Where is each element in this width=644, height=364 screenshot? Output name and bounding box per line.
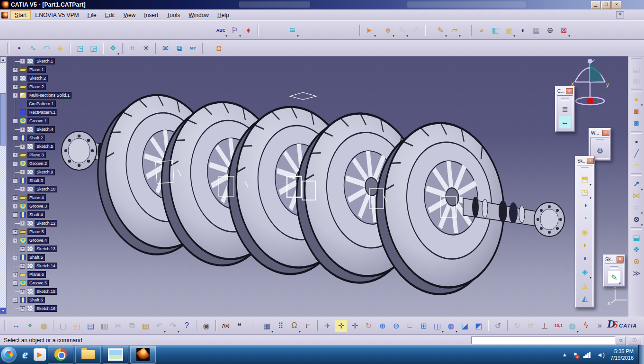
- view-shaded-edges-icon[interactable]: ◧: [489, 24, 501, 36]
- selection-sets-icon[interactable]: ☻▼: [382, 24, 394, 36]
- comment-icon[interactable]: ❝: [233, 320, 245, 332]
- menu-tools[interactable]: Tools: [162, 10, 184, 20]
- collapse-icon[interactable]: -: [13, 118, 18, 124]
- tree-scrollbar[interactable]: ▲ ▼: [0, 56, 7, 314]
- capture-camera-icon[interactable]: ◉: [200, 320, 212, 332]
- undo-icon[interactable]: ↶▼: [153, 320, 165, 332]
- 3d-viewport[interactable]: +Sketch.1+Plane.1+Sketch.2+Plane.2+Multi…: [0, 56, 644, 317]
- slot-icon[interactable]: ◖: [579, 252, 591, 264]
- panel-close-icon[interactable]: ✕: [566, 88, 573, 94]
- menu-help[interactable]: Help: [213, 10, 233, 20]
- tree-item-label[interactable]: Shaft.4: [27, 211, 45, 218]
- normal-view-icon[interactable]: ∟: [404, 320, 416, 332]
- command-input[interactable]: [471, 337, 615, 344]
- fly-mode-icon[interactable]: ✈: [322, 320, 333, 332]
- scroll-up-button[interactable]: ▲: [0, 56, 6, 63]
- expand-icon[interactable]: +: [20, 289, 25, 294]
- measure-between-icon[interactable]: ↔: [10, 320, 22, 332]
- collapse-icon[interactable]: -: [13, 298, 18, 303]
- expand-icon[interactable]: +: [13, 84, 18, 90]
- constraint-icon[interactable]: ↔: [559, 116, 571, 128]
- dropdown-arrow-icon[interactable]: ▼: [271, 330, 274, 333]
- tree-item-label[interactable]: Plane.5: [27, 228, 46, 235]
- lock-icon[interactable]: Ω▼: [288, 320, 300, 332]
- thick-surface-icon[interactable]: ⬓: [631, 232, 643, 244]
- toolbar-handle[interactable]: [631, 227, 642, 230]
- dropdown-arrow-icon[interactable]: ▼: [576, 330, 579, 333]
- tree-item-label[interactable]: Plane.2: [27, 83, 46, 90]
- shading-mode-icon[interactable]: ◍▼: [445, 320, 457, 332]
- zoom-out-icon[interactable]: ⊖: [390, 320, 402, 332]
- windows-media-player[interactable]: ▶: [34, 346, 46, 363]
- taskbar-clock[interactable]: 5:35 PM 7/19/2016: [610, 348, 634, 361]
- spline-icon[interactable]: ∿: [27, 42, 39, 54]
- grid-pick-icon[interactable]: ⌗: [126, 42, 138, 54]
- dropdown-arrow-icon[interactable]: ▼: [441, 330, 444, 333]
- rotate-icon[interactable]: ↻: [363, 320, 375, 332]
- catia-app[interactable]: [130, 346, 156, 364]
- dropdown-arrow-icon[interactable]: ▼: [298, 330, 301, 333]
- sketch-reuse-icon[interactable]: ▱▼: [448, 24, 460, 36]
- expand-command-icon[interactable]: ⧉: [616, 337, 626, 345]
- dropdown-arrow-icon[interactable]: ▼: [406, 35, 409, 37]
- toolbar-handle[interactable]: [4, 320, 7, 331]
- panel-grip[interactable]: [596, 139, 604, 142]
- tree-item-label[interactable]: Groove.1: [27, 118, 49, 124]
- expand-icon[interactable]: +: [13, 195, 18, 200]
- plane-diamond-icon[interactable]: ◈: [54, 42, 66, 54]
- point-icon[interactable]: ▪: [13, 42, 25, 54]
- vpm-connection-icon[interactable]: ◘: [213, 42, 225, 54]
- sew-surface-icon[interactable]: ❖: [631, 244, 643, 255]
- volume-icon[interactable]: ◄): [597, 351, 605, 358]
- plane-tool-icon[interactable]: ▱: [631, 159, 643, 171]
- toolbar-handle[interactable]: [631, 131, 642, 134]
- expand-icon[interactable]: +: [13, 153, 18, 158]
- menu-file[interactable]: File: [83, 10, 100, 20]
- material-render-b-icon[interactable]: ◙: [631, 117, 643, 129]
- check-analysis-icon[interactable]: }=: [302, 320, 314, 332]
- swap-visible-space-icon[interactable]: ◩: [473, 320, 484, 332]
- more-tools-icon[interactable]: ≫: [631, 267, 643, 279]
- panel-grip[interactable]: [610, 266, 618, 269]
- expand-icon[interactable]: +: [13, 272, 18, 277]
- material-render-a-icon[interactable]: ◙: [631, 105, 643, 117]
- expand-icon[interactable]: +: [20, 187, 25, 192]
- select-element-b-icon[interactable]: ◲: [88, 42, 99, 54]
- view-shaded-icon[interactable]: ◕: [475, 24, 487, 36]
- update-faded-icon[interactable]: ↻: [511, 320, 523, 332]
- tree-item-label[interactable]: Sketch.15: [35, 288, 57, 295]
- translate-icon[interactable]: ↗▼: [631, 178, 643, 190]
- manipulation-icon[interactable]: ☞: [525, 320, 537, 332]
- menu-window[interactable]: Window: [184, 10, 213, 20]
- dropdown-arrow-icon[interactable]: ▼: [374, 35, 376, 37]
- view-perspective-icon[interactable]: ⊕: [544, 24, 556, 36]
- google-chrome[interactable]: [48, 346, 73, 364]
- point-tool-icon[interactable]: ▪: [631, 136, 643, 147]
- mail-help-icon[interactable]: ✉?: [187, 42, 199, 54]
- stiffener-icon[interactable]: ◮: [579, 279, 591, 291]
- pad-icon[interactable]: ⬒▼: [579, 173, 591, 185]
- tree-item-label[interactable]: Groove.3: [27, 203, 49, 209]
- scaling-icon[interactable]: ⊗▼: [631, 213, 643, 225]
- part-body-icon[interactable]: ◍▼: [566, 320, 578, 332]
- sketcher-pad-icon[interactable]: ✎▼: [435, 24, 447, 36]
- measure-item-icon[interactable]: ⌖: [24, 320, 36, 332]
- tree-item-label[interactable]: Sketch.10: [35, 186, 57, 192]
- expand-icon[interactable]: +: [20, 306, 25, 311]
- tree-item-label[interactable]: Plane.1: [27, 66, 46, 73]
- scrollbar-thumb[interactable]: [0, 93, 6, 146]
- multi-sections-solid-icon[interactable]: ◈▼: [579, 265, 591, 278]
- open-document-icon[interactable]: ◰: [71, 320, 83, 332]
- copy-icon[interactable]: ⧉: [126, 320, 138, 332]
- hole-icon[interactable]: ◉: [579, 226, 591, 238]
- design-table-icon[interactable]: ▦▼: [261, 320, 273, 332]
- expand-icon[interactable]: +: [20, 221, 25, 226]
- removed-multi-sections-icon[interactable]: ◭: [579, 292, 591, 304]
- panel-close-icon[interactable]: ✕: [617, 256, 624, 263]
- collapse-icon[interactable]: -: [13, 212, 18, 218]
- tree-item-label[interactable]: Sketch.13: [35, 246, 57, 252]
- collapse-icon[interactable]: -: [13, 161, 18, 166]
- expand-icon[interactable]: +: [20, 246, 25, 252]
- tree-item-label[interactable]: Groove.5: [27, 280, 49, 286]
- document-close-button[interactable]: ✕: [616, 11, 624, 18]
